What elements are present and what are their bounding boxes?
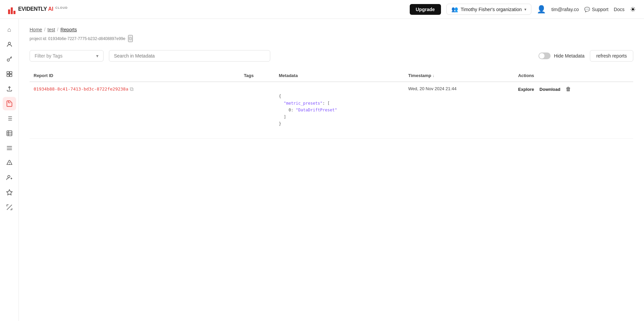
sidebar-item-table[interactable] xyxy=(3,127,16,140)
search-metadata-wrapper xyxy=(109,50,270,62)
refresh-reports-button[interactable]: refresh reports xyxy=(590,50,633,62)
svg-point-11 xyxy=(9,164,9,165)
logo-text: EVIDENTLY AI CLOUD xyxy=(18,6,68,12)
timestamp-cell: Wed, 20 Nov 2024 21:44 xyxy=(404,82,514,138)
svg-point-12 xyxy=(8,175,10,178)
th-timestamp-label: Timestamp xyxy=(408,73,431,78)
hide-metadata-label: Hide Metadata xyxy=(554,53,585,59)
delete-button[interactable]: 🗑 xyxy=(566,86,571,92)
explore-button[interactable]: Explore xyxy=(518,87,534,92)
support-link[interactable]: 💬 Support xyxy=(584,7,608,12)
filter-by-tags-select[interactable]: Filter by Tags ▾ xyxy=(30,50,104,62)
table-header-row: Report ID Tags Metadata Timestamp ↓ Acti… xyxy=(30,70,633,82)
sidebar-item-alerts[interactable] xyxy=(3,156,16,170)
copy-project-id-button[interactable]: ⧉ xyxy=(128,35,133,42)
org-name: Timothy Fisher's organization xyxy=(461,7,522,12)
sidebar-item-users[interactable] xyxy=(3,38,16,51)
breadcrumb-sep-1: / xyxy=(44,27,45,32)
hide-metadata-control: Hide Metadata xyxy=(538,52,585,59)
discord-icon: 💬 xyxy=(584,7,590,12)
svg-line-14 xyxy=(7,205,12,210)
hide-metadata-toggle[interactable] xyxy=(538,52,551,59)
project-id-label: project id: 01934b6e-7227-7775-b232-d840… xyxy=(30,36,125,41)
support-label: Support xyxy=(592,7,608,12)
svg-point-1 xyxy=(7,59,9,61)
svg-rect-6 xyxy=(7,131,12,136)
svg-rect-2 xyxy=(7,72,9,74)
main-content: Home / test / Reports project id: 01934b… xyxy=(19,19,644,321)
sort-icon: ↓ xyxy=(433,73,435,78)
logo-icon xyxy=(8,5,15,14)
tags-cell xyxy=(240,82,275,138)
logo-bar-1 xyxy=(8,9,10,14)
sidebar-item-magic[interactable] xyxy=(3,201,16,214)
sidebar-item-home[interactable]: ⌂ xyxy=(3,23,16,36)
docs-link[interactable]: Docs xyxy=(614,7,625,12)
sidebar-item-list[interactable] xyxy=(3,141,16,155)
table-header: Report ID Tags Metadata Timestamp ↓ Acti… xyxy=(30,70,633,82)
chevron-down-icon: ▾ xyxy=(524,7,526,12)
navbar: EVIDENTLY AI CLOUD Upgrade 👥 Timothy Fis… xyxy=(0,0,644,19)
reports-table: Report ID Tags Metadata Timestamp ↓ Acti… xyxy=(30,70,633,139)
theme-toggle-button[interactable]: ☀ xyxy=(630,5,636,13)
breadcrumb-current: Reports xyxy=(61,27,77,32)
logo-bar-2 xyxy=(11,7,13,14)
search-metadata-input[interactable] xyxy=(114,53,265,59)
org-icon: 👥 xyxy=(451,6,458,12)
sidebar-item-keys[interactable] xyxy=(3,52,16,66)
toggle-knob xyxy=(539,53,545,59)
table-row: 01934b88-8c41-7413-bd3c-8722fe29238a ⧉ {… xyxy=(30,82,633,138)
sidebar-item-add-user[interactable] xyxy=(3,171,16,184)
report-id-link[interactable]: 01934b88-8c41-7413-bd3c-8722fe29238a xyxy=(34,86,128,92)
logo: EVIDENTLY AI CLOUD xyxy=(8,5,68,14)
user-avatar-icon[interactable]: 👤 xyxy=(537,5,546,14)
logo-bar-3 xyxy=(13,11,15,14)
org-selector[interactable]: 👥 Timothy Fisher's organization ▾ xyxy=(446,4,532,15)
filter-chevron-icon: ▾ xyxy=(96,53,98,59)
svg-rect-4 xyxy=(7,74,9,77)
svg-marker-13 xyxy=(6,190,12,195)
breadcrumb-test[interactable]: test xyxy=(47,27,55,32)
filter-placeholder: Filter by Tags xyxy=(35,53,63,59)
svg-rect-3 xyxy=(9,72,12,74)
sidebar-item-dashboard[interactable] xyxy=(3,67,16,81)
sidebar-item-checklist[interactable] xyxy=(3,112,16,125)
metadata-json: { "metric_presets": [ 0: "DataDriftPrese… xyxy=(279,86,400,134)
table-body: 01934b88-8c41-7413-bd3c-8722fe29238a ⧉ {… xyxy=(30,82,633,138)
toolbar: Filter by Tags ▾ Hide Metadata refresh r… xyxy=(30,50,633,62)
sidebar-item-upload[interactable] xyxy=(3,82,16,96)
breadcrumb: Home / test / Reports xyxy=(30,27,633,32)
th-report-id: Report ID xyxy=(30,70,240,82)
copy-report-id-button[interactable]: ⧉ xyxy=(130,86,133,92)
actions-container: Explore Download 🗑 xyxy=(518,86,629,92)
sidebar-item-reports[interactable] xyxy=(3,97,16,110)
th-timestamp[interactable]: Timestamp ↓ xyxy=(404,70,514,82)
svg-rect-5 xyxy=(9,74,12,77)
user-email: tim@rafay.co xyxy=(551,7,579,12)
sidebar: ⌂ xyxy=(0,19,19,321)
sidebar-item-settings[interactable] xyxy=(3,186,16,199)
th-actions: Actions xyxy=(514,70,633,82)
th-metadata: Metadata xyxy=(275,70,404,82)
breadcrumb-sep-2: / xyxy=(57,27,58,32)
project-id-row: project id: 01934b6e-7227-7775-b232-d840… xyxy=(30,35,633,42)
logo-cloud-label: CLOUD xyxy=(55,6,68,9)
download-button[interactable]: Download xyxy=(539,87,560,92)
metadata-cell: { "metric_presets": [ 0: "DataDriftPrese… xyxy=(275,82,404,138)
actions-cell: Explore Download 🗑 xyxy=(514,82,633,138)
report-id-cell: 01934b88-8c41-7413-bd3c-8722fe29238a ⧉ xyxy=(30,82,240,138)
upgrade-button[interactable]: Upgrade xyxy=(410,4,441,15)
th-tags: Tags xyxy=(240,70,275,82)
breadcrumb-home[interactable]: Home xyxy=(30,27,42,32)
svg-point-0 xyxy=(8,42,10,44)
